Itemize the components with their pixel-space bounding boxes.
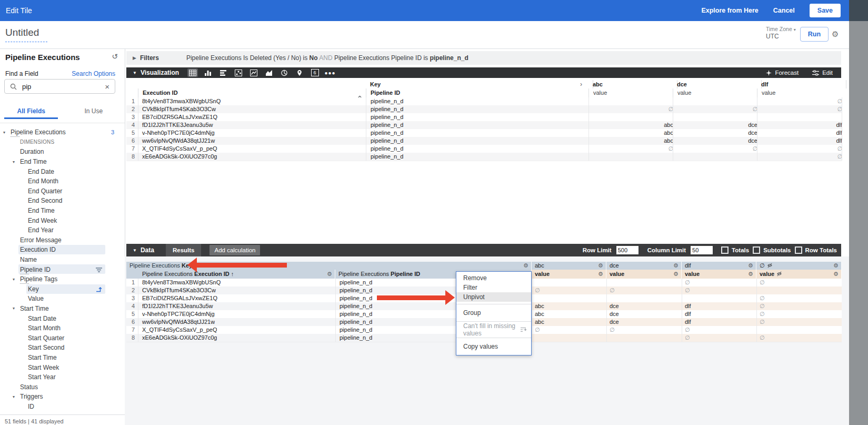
gear-icon[interactable]: ⚙ [523, 262, 528, 270]
pivot-value-cell[interactable]: dlf [757, 129, 847, 137]
pivot-value-cell[interactable]: dlf [757, 137, 847, 145]
viz-measure-header[interactable]: value [673, 88, 762, 97]
execution-id-cell[interactable]: CVkBkIplTfum4SKab3O3Cw [138, 105, 370, 113]
sidebar-field-end-date[interactable]: End Date [0, 166, 125, 176]
pivot-value-cell[interactable]: dce [673, 129, 762, 137]
collapse-data-icon[interactable]: ▼ [133, 248, 137, 253]
pivot-value-cell[interactable] [588, 113, 678, 121]
execution-id-cell[interactable]: EB7ciDIZR5GALsJVxwZE1Q [138, 113, 370, 121]
pivot-value-cell[interactable]: dce [610, 310, 619, 318]
pipeline-id-cell[interactable]: pipeline_n_d [340, 302, 372, 310]
pivot-value-cell[interactable]: ∅ [588, 145, 678, 153]
execution-id-cell[interactable]: v-Nheh0pTPC7E0jC4dmNjg [138, 129, 370, 137]
more-viz-icon[interactable]: ●●● [325, 68, 335, 77]
gear-icon[interactable]: ⚙ [598, 262, 603, 270]
viz-measure-header[interactable]: value [588, 88, 677, 97]
sidebar-field-start-quarter[interactable]: Start Quarter [0, 333, 125, 343]
pivot-value-cell[interactable]: dlf [685, 310, 691, 318]
tab-results[interactable]: Results [166, 244, 202, 256]
sidebar-field-key[interactable]: Key [0, 284, 125, 294]
sidebar-field-start-date[interactable]: Start Date [0, 313, 125, 323]
pivot-value-cell[interactable] [588, 97, 678, 105]
results-measure-header[interactable]: value [606, 270, 682, 279]
pivot-value-cell[interactable]: abc [588, 129, 678, 137]
collapse-caret-icon[interactable]: ▾ [13, 394, 15, 399]
pivot-value-cell[interactable]: dce [673, 121, 762, 129]
pivot-value-cell[interactable]: ∅ [685, 279, 690, 286]
history-icon[interactable]: ↺ [112, 52, 118, 61]
cancel-button[interactable]: Cancel [773, 7, 795, 14]
pipeline-id-cell[interactable]: pipeline_n_d [366, 153, 593, 161]
gear-icon[interactable]: ⚙ [832, 29, 839, 39]
sidebar-field-start-week[interactable]: Start Week [0, 362, 125, 372]
sidebar-field-end-time[interactable]: ▾End Time [0, 157, 125, 167]
line-chart-icon[interactable] [248, 68, 259, 77]
pipeline-id-cell[interactable]: pipeline_n_d [366, 105, 593, 113]
checkbox-totals[interactable]: Totals [721, 246, 749, 254]
pivot-value-cell[interactable]: dlf [685, 318, 691, 326]
row-limit-input[interactable] [616, 246, 638, 254]
save-button[interactable]: Save [810, 4, 841, 17]
pipeline-id-cell[interactable]: pipeline_n_d [340, 334, 372, 342]
sidebar-field-pipeline-id[interactable]: Pipeline ID [0, 264, 125, 274]
pivot-value-cell[interactable]: ∅ [760, 302, 765, 310]
execution-id-cell[interactable]: fD1I2J2hTTKE3Jeanu3u5w [138, 121, 370, 129]
pivot-value-cell[interactable]: ∅ [685, 334, 690, 342]
menu-item-filter[interactable]: Filter [456, 283, 531, 292]
pivot-value-cell[interactable]: ∅ [673, 105, 762, 113]
pivot-value-cell[interactable]: dce [673, 137, 762, 145]
gear-icon[interactable]: ⚙ [748, 262, 753, 270]
forecast-button[interactable]: Forecast [766, 70, 799, 76]
viz-pivot-value-header[interactable]: abc [588, 80, 677, 88]
pipeline-id-cell[interactable]: pipeline_n_d [366, 97, 593, 105]
menu-item-group[interactable]: Group [456, 307, 531, 319]
execution-id-cell[interactable]: X_QTIF4dSyCsSaxV_p_peQ [138, 145, 370, 153]
pivot-value-cell[interactable]: ∅ [535, 286, 540, 294]
viz-measure-header[interactable]: value [757, 88, 846, 97]
gear-icon[interactable]: ⚙ [673, 270, 679, 279]
sidebar-field-end-week[interactable]: End Week [0, 215, 125, 225]
pipeline-id-cell[interactable]: pipeline_n_d [340, 326, 372, 334]
pivot-value-cell[interactable]: ∅ [535, 326, 540, 334]
pipeline-id-cell[interactable]: pipeline_n_d [366, 137, 593, 145]
menu-item-copy-values[interactable]: Copy values [456, 340, 531, 353]
pivot-value-cell[interactable] [673, 113, 762, 121]
gear-icon[interactable]: ⚙ [833, 262, 839, 270]
pivot-value-cell[interactable] [757, 113, 847, 121]
add-calculation-button[interactable]: Add calculation [209, 245, 260, 255]
pivot-value-cell[interactable] [588, 153, 678, 161]
sidebar-field-end-year[interactable]: End Year [0, 225, 125, 235]
map-chart-icon[interactable] [294, 68, 305, 77]
gear-icon[interactable]: ⚙ [748, 270, 753, 279]
results-pivot-value-header[interactable]: dlf [682, 262, 756, 270]
pivot-icon[interactable] [96, 286, 103, 294]
pivot-value-cell[interactable]: ∅ [673, 145, 762, 153]
checkbox-icon[interactable] [721, 246, 729, 254]
sidebar-field-triggers[interactable]: ▾Triggers [0, 392, 125, 402]
gear-icon[interactable]: ⚙ [327, 270, 332, 279]
pivot-value-cell[interactable]: dlf [685, 302, 691, 310]
sidebar-field-name[interactable]: Name [0, 255, 125, 265]
sidebar-field-value[interactable]: Value [0, 294, 125, 304]
sidebar-field-duration[interactable]: Duration [0, 147, 125, 157]
gear-icon[interactable]: ⚙ [598, 270, 603, 279]
sidebar-field-end-quarter[interactable]: End Quarter [0, 186, 125, 196]
pipeline-id-cell[interactable]: pipeline_n_d [340, 294, 372, 302]
gear-icon[interactable]: ⚙ [833, 270, 839, 279]
filter-icon[interactable] [96, 266, 102, 274]
checkbox-subtotals[interactable]: Subtotals [753, 246, 791, 254]
tab-all-fields[interactable]: All Fields [0, 104, 63, 118]
column-limit-input[interactable] [691, 246, 713, 254]
pipeline-id-cell[interactable]: pipeline_n_d [366, 145, 593, 153]
pivot-value-cell[interactable]: ∅ [588, 105, 678, 113]
gear-icon[interactable]: ⚙ [673, 262, 679, 270]
single-value-icon[interactable]: 6 [310, 68, 320, 77]
sidebar-field-start-year[interactable]: Start Year [0, 372, 125, 382]
run-button[interactable]: Run [800, 27, 829, 42]
pivot-value-cell[interactable]: dce [610, 302, 619, 310]
table-chart-icon[interactable] [187, 68, 198, 77]
execution-id-cell[interactable]: fD1I2J2hTTKE3Jeanu3u5w [142, 302, 213, 310]
sidebar-field-id[interactable]: ID [0, 402, 125, 412]
execution-id-cell[interactable]: EB7ciDIZR5GALsJVxwZE1Q [142, 294, 217, 302]
pivot-value-cell[interactable]: abc [588, 137, 678, 145]
